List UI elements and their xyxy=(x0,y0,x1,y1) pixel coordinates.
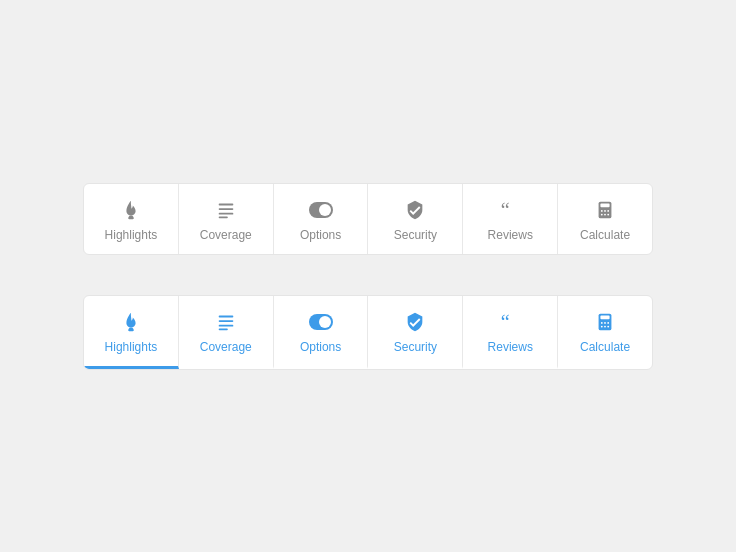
svg-point-11 xyxy=(604,213,606,215)
svg-rect-13 xyxy=(218,315,233,317)
svg-point-9 xyxy=(607,210,609,212)
toggle-icon-inactive xyxy=(309,198,333,222)
reviews-label-active: Reviews xyxy=(488,340,533,354)
tab-security-inactive[interactable]: Security xyxy=(368,184,463,254)
security-label-inactive: Security xyxy=(394,228,437,242)
list-icon-active xyxy=(214,310,238,334)
svg-rect-1 xyxy=(218,208,233,210)
tab-reviews-active[interactable]: “ Reviews xyxy=(463,296,558,369)
svg-point-20 xyxy=(601,322,603,324)
svg-rect-14 xyxy=(218,320,233,322)
shield-icon-active xyxy=(403,310,427,334)
flame-icon-active xyxy=(119,310,143,334)
svg-text:“: “ xyxy=(501,199,510,221)
svg-point-23 xyxy=(601,325,603,327)
tab-highlights-inactive[interactable]: Highlights xyxy=(84,184,179,254)
security-label-active: Security xyxy=(394,340,437,354)
tab-security-active[interactable]: Security xyxy=(368,296,463,369)
tab-calculate-active[interactable]: Calculate xyxy=(558,296,652,369)
reviews-label-inactive: Reviews xyxy=(488,228,533,242)
svg-rect-2 xyxy=(218,212,233,214)
svg-point-8 xyxy=(604,210,606,212)
svg-rect-16 xyxy=(218,328,227,330)
tab-coverage-active[interactable]: Coverage xyxy=(179,296,274,369)
tab-calculate-inactive[interactable]: Calculate xyxy=(558,184,652,254)
quote-icon-active: “ xyxy=(498,310,522,334)
svg-point-7 xyxy=(601,210,603,212)
svg-point-21 xyxy=(604,322,606,324)
tab-bar-inactive: Highlights Coverage Options Security xyxy=(83,183,653,255)
tab-reviews-inactive[interactable]: “ Reviews xyxy=(463,184,558,254)
calculator-icon-inactive xyxy=(593,198,617,222)
calculator-icon-active xyxy=(593,310,617,334)
tab-options-inactive[interactable]: Options xyxy=(274,184,369,254)
svg-rect-6 xyxy=(600,203,609,207)
svg-rect-19 xyxy=(600,315,609,319)
list-icon-inactive xyxy=(214,198,238,222)
tab-options-active[interactable]: Options xyxy=(274,296,369,369)
shield-icon-inactive xyxy=(403,198,427,222)
svg-point-25 xyxy=(607,325,609,327)
options-label-active: Options xyxy=(300,340,341,354)
svg-point-12 xyxy=(607,213,609,215)
svg-point-22 xyxy=(607,322,609,324)
svg-rect-15 xyxy=(218,324,233,326)
tab-coverage-inactive[interactable]: Coverage xyxy=(179,184,274,254)
highlights-label-inactive: Highlights xyxy=(105,228,158,242)
svg-text:“: “ xyxy=(501,311,510,333)
options-label-inactive: Options xyxy=(300,228,341,242)
highlights-label-active: Highlights xyxy=(105,340,158,354)
svg-point-10 xyxy=(601,213,603,215)
coverage-label-active: Coverage xyxy=(200,340,252,354)
tab-highlights-active[interactable]: Highlights xyxy=(84,296,179,369)
calculate-label-active: Calculate xyxy=(580,340,630,354)
quote-icon-inactive: “ xyxy=(498,198,522,222)
toggle-icon-active xyxy=(309,310,333,334)
svg-point-24 xyxy=(604,325,606,327)
calculate-label-inactive: Calculate xyxy=(580,228,630,242)
svg-rect-3 xyxy=(218,216,227,218)
flame-icon xyxy=(119,198,143,222)
tab-bar-active: Highlights Coverage Options Security xyxy=(83,295,653,370)
coverage-label-inactive: Coverage xyxy=(200,228,252,242)
svg-rect-0 xyxy=(218,203,233,205)
